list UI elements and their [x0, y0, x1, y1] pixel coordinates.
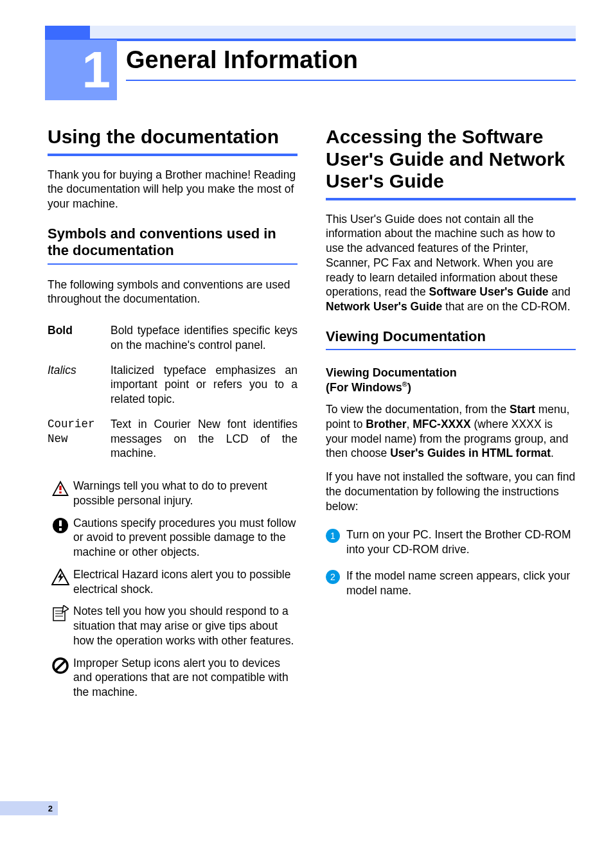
svg-rect-2	[59, 486, 61, 490]
convention-row: Courier New Text in Courier New font ide…	[48, 417, 298, 461]
right-column: Accessing the Software User's Guide and …	[326, 126, 576, 707]
subsection-heading-viewing-doc: Viewing Documentation	[326, 328, 576, 345]
improper-setup-icon	[48, 656, 73, 674]
convention-def: Bold typeface identifies specific keys o…	[111, 323, 298, 353]
brother-label: Brother	[366, 418, 406, 430]
convention-def: Text in Courier New font identifies mess…	[111, 417, 298, 461]
chapter-number: 1	[45, 40, 117, 100]
page: 1 General Information Using the document…	[0, 0, 613, 868]
header-light-strip	[90, 26, 576, 40]
svg-line-15	[55, 660, 66, 671]
convention-def: Italicized typeface emphasizes an import…	[111, 363, 298, 407]
intro-text: Thank you for buying a Brother machine! …	[48, 168, 298, 211]
conventions-intro: The following symbols and conventions ar…	[48, 278, 298, 307]
header-accent-box	[45, 26, 90, 40]
electrical-hazard-icon	[48, 567, 73, 585]
step-text: Turn on your PC. Insert the Brother CD-R…	[346, 527, 576, 557]
step-row: 2 If the model name screen appears, clic…	[326, 569, 576, 598]
convention-row: Bold Bold typeface identifies specific k…	[48, 323, 298, 353]
step-row: 1 Turn on your PC. Insert the Brother CD…	[326, 527, 576, 557]
chapter-rule	[126, 80, 576, 81]
symbol-row: Improper Setup icons alert you to device…	[48, 656, 298, 700]
svg-marker-13	[60, 605, 69, 614]
users-guides-html-label: User's Guides in HTML format	[390, 447, 551, 459]
header-bar	[0, 26, 613, 40]
subsection-heading-symbols: Symbols and conventions used in the docu…	[48, 226, 298, 260]
subsection-rule	[48, 263, 298, 265]
mfc-model-label: MFC-XXXX	[413, 418, 470, 430]
symbol-row: Notes tell you how you should respond to…	[48, 604, 298, 648]
symbol-row: Warnings tell you what to do to prevent …	[48, 479, 298, 508]
minor-heading-viewing-windows: Viewing Documentation (For Windows®)	[326, 366, 576, 394]
caution-icon	[48, 516, 73, 534]
note-icon	[48, 604, 73, 622]
svg-rect-3	[59, 492, 61, 493]
symbol-text: Electrical Hazard icons alert you to pos…	[73, 567, 298, 597]
symbol-row: Electrical Hazard icons alert you to pos…	[48, 567, 298, 597]
start-menu-label: Start	[510, 403, 535, 416]
symbol-row: Cautions specify procedures you must fol…	[48, 516, 298, 560]
section-rule	[326, 198, 576, 200]
step-number-badge: 2	[326, 569, 346, 584]
section-rule	[48, 154, 298, 156]
symbol-text: Notes tell you how you should respond to…	[73, 604, 298, 648]
section-heading-using-documentation: Using the documentation	[48, 126, 298, 148]
warning-icon	[48, 479, 73, 497]
page-number: 2	[0, 801, 58, 815]
content-columns: Using the documentation Thank you for bu…	[48, 126, 576, 707]
chapter-title: General Information	[126, 46, 358, 74]
svg-rect-6	[59, 528, 62, 531]
section-heading-accessing-guides: Accessing the Software User's Guide and …	[326, 126, 576, 193]
header-underline	[90, 39, 576, 41]
svg-rect-5	[59, 520, 62, 526]
network-users-guide-label: Network User's Guide	[326, 300, 442, 313]
symbol-text: Warnings tell you what to do to prevent …	[73, 479, 298, 508]
registered-trademark-icon: ®	[402, 380, 407, 388]
convention-term-italics: Italics	[48, 363, 111, 407]
viewing-doc-p1: To view the documentation, from the Star…	[326, 402, 576, 461]
convention-term-bold: Bold	[48, 323, 111, 353]
symbol-text: Cautions specify procedures you must fol…	[73, 516, 298, 560]
subsection-rule	[326, 349, 576, 350]
software-users-guide-label: Software User's Guide	[429, 285, 549, 298]
convention-term-courier: Courier New	[48, 417, 111, 461]
step-text: If the model name screen appears, click …	[346, 569, 576, 598]
left-column: Using the documentation Thank you for bu…	[48, 126, 298, 707]
convention-row: Italics Italicized typeface emphasizes a…	[48, 363, 298, 407]
symbol-text: Improper Setup icons alert you to device…	[73, 656, 298, 700]
accessing-intro-text: This User's Guide does not contain all t…	[326, 212, 576, 314]
viewing-doc-p2: If you have not installed the software, …	[326, 470, 576, 513]
step-number-badge: 1	[326, 527, 346, 543]
